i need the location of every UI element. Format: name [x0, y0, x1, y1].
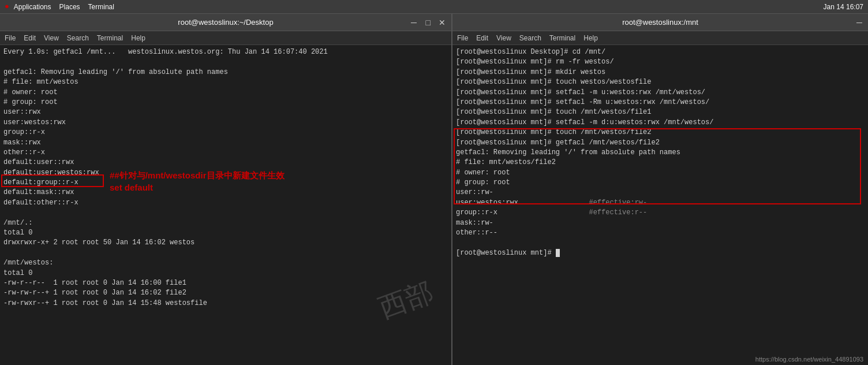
- left-menu-view[interactable]: View: [44, 34, 59, 42]
- left-menu-edit[interactable]: Edit: [24, 34, 36, 42]
- minimize-button[interactable]: ─: [411, 18, 417, 27]
- right-terminal-content: [root@westoslinux Desktop]# cd /mnt/ [ro…: [452, 45, 868, 365]
- right-menu-view[interactable]: View: [496, 34, 511, 42]
- left-menu-terminal[interactable]: Terminal: [97, 34, 123, 42]
- menubar-terminal[interactable]: Terminal: [88, 3, 114, 11]
- menubar-places[interactable]: Places: [59, 3, 80, 11]
- menubar-applications[interactable]: Applications: [14, 3, 51, 11]
- apple-icon: ●: [5, 2, 9, 11]
- left-menu-file[interactable]: File: [5, 34, 16, 42]
- right-menu-search[interactable]: Search: [519, 34, 541, 42]
- terminal-right: root@westoslinux:/mnt ─ File Edit View S…: [452, 14, 868, 365]
- right-terminal-text: [root@westoslinux Desktop]# cd /mnt/ [ro…: [456, 47, 865, 258]
- left-terminal-content: Every 1.0s: getfacl /mnt... westoslinux.…: [0, 45, 451, 365]
- right-menu-edit[interactable]: Edit: [476, 34, 488, 42]
- right-menu-file[interactable]: File: [457, 34, 468, 42]
- top-menubar: ● Applications Places Terminal Jan 14 16…: [0, 0, 868, 14]
- left-titlebar: root@westoslinux:~/Desktop ─ □ ✕: [0, 14, 451, 31]
- left-annotation: ##针对与/mnt/westosdir目录中新建文件生效 set default: [110, 169, 306, 193]
- csdn-link: https://blog.csdn.net/weixin_44891093: [755, 356, 863, 363]
- left-menu-search[interactable]: Search: [67, 34, 89, 42]
- annotation-text-line1: ##针对与/mnt/westosdir目录中新建文件生效: [110, 170, 285, 180]
- left-title: root@westoslinux:~/Desktop: [178, 18, 273, 27]
- right-menubar: File Edit View Search Terminal Help: [452, 31, 868, 45]
- right-minimize-button[interactable]: ─: [856, 18, 862, 27]
- terminals-container: root@westoslinux:~/Desktop ─ □ ✕ File Ed…: [0, 14, 868, 365]
- annotation-text-line2: set default: [110, 182, 153, 192]
- clock: Jan 14 16:07: [824, 3, 863, 11]
- left-menu-help[interactable]: Help: [131, 34, 145, 42]
- terminal-left: root@westoslinux:~/Desktop ─ □ ✕ File Ed…: [0, 14, 452, 365]
- right-title: root@westoslinux:/mnt: [622, 18, 698, 27]
- maximize-button[interactable]: □: [426, 18, 431, 27]
- right-menu-terminal[interactable]: Terminal: [549, 34, 575, 42]
- right-titlebar: root@westoslinux:/mnt ─: [452, 14, 868, 31]
- right-menu-help[interactable]: Help: [583, 34, 598, 42]
- close-button[interactable]: ✕: [439, 18, 446, 27]
- left-menubar: File Edit View Search Terminal Help: [0, 31, 451, 45]
